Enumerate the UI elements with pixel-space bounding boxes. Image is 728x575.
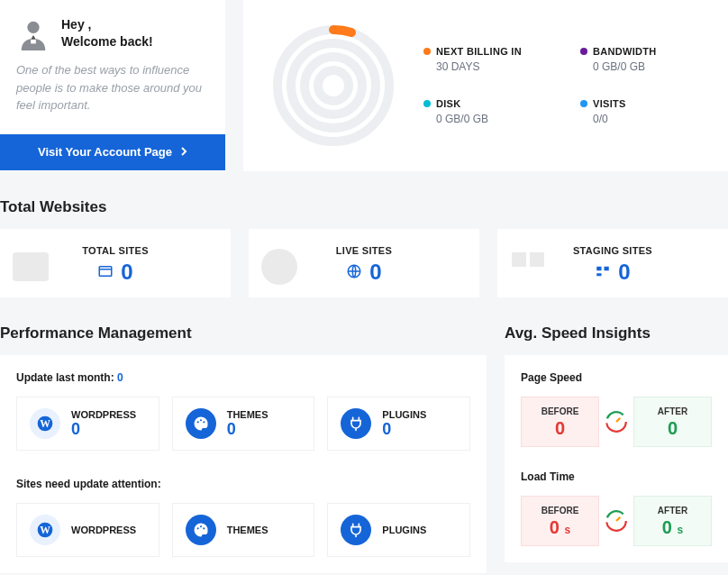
load-time-after-unit: s xyxy=(678,524,684,536)
wp-label: WORDPRESS xyxy=(71,409,136,420)
wordpress-attention-card[interactable]: W WORDPRESS xyxy=(16,503,159,557)
attention-label: Sites need update attention: xyxy=(16,478,470,490)
svg-rect-15 xyxy=(597,273,602,276)
browser-icon xyxy=(9,245,52,291)
load-time-before-unit: s xyxy=(565,524,571,536)
user-avatar-icon xyxy=(16,16,50,50)
svg-rect-7 xyxy=(100,266,113,276)
svg-text:W: W xyxy=(40,418,50,430)
stat-bandwidth: BANDWIDTH 0 GB/0 GB xyxy=(580,46,701,73)
stat-bandwidth-value: 0 GB/0 GB xyxy=(593,60,701,73)
quote-text: One of the best ways to influence people… xyxy=(16,61,209,114)
speed-panel: Page Speed BEFORE 0 AFTER 0 Load Time BE… xyxy=(505,355,728,562)
wordpress-updates-card[interactable]: W WORDPRESS0 xyxy=(16,397,159,451)
after-label: AFTER xyxy=(634,406,711,416)
welcome-card: Hey , Welcome back! One of the best ways… xyxy=(0,0,225,171)
staging-sites-value: 0 xyxy=(618,260,630,285)
staging-icon xyxy=(595,263,611,282)
svg-rect-6 xyxy=(13,252,49,281)
dot-icon xyxy=(423,48,431,55)
visit-account-button[interactable]: Visit Your Account Page xyxy=(0,134,225,170)
plugins-label-2: PLUGINS xyxy=(382,525,426,535)
svg-point-20 xyxy=(203,421,205,423)
themes-label: THEMES xyxy=(227,409,268,420)
stat-disk-value: 0 GB/0 GB xyxy=(436,113,544,125)
usage-stats-card: NEXT BILLING IN 30 DAYS BANDWIDTH 0 GB/0… xyxy=(243,0,728,171)
dot-icon xyxy=(423,100,431,107)
globe-icon xyxy=(346,263,362,282)
themes-label-2: THEMES xyxy=(227,525,268,535)
live-sites-card[interactable]: LIVE SITES 0 xyxy=(249,229,479,297)
themes-icon xyxy=(186,515,216,545)
stat-visits: VISITS 0/0 xyxy=(580,98,701,125)
dot-icon xyxy=(580,48,587,55)
wp-label-2: WORDPRESS xyxy=(71,525,136,535)
before-label: BEFORE xyxy=(522,406,598,416)
layers-bg-icon xyxy=(506,245,550,291)
speed-title: Avg. Speed Insights xyxy=(505,324,728,342)
before-label-2: BEFORE xyxy=(522,506,598,516)
total-sites-card[interactable]: TOTAL SITES 0 xyxy=(0,229,231,297)
staging-sites-card[interactable]: STAGING SITES 0 xyxy=(497,229,728,297)
page-speed-label: Page Speed xyxy=(521,371,712,384)
perf-panel: Update last month: 0 W WORDPRESS0 THEMES… xyxy=(0,355,487,573)
plugins-count: 0 xyxy=(382,420,426,439)
plugins-attention-card[interactable]: PLUGINS xyxy=(327,503,470,557)
svg-point-19 xyxy=(200,419,202,421)
page-speed-before: BEFORE 0 xyxy=(521,397,599,447)
load-time-after: AFTER 0 s xyxy=(633,496,712,546)
gauge-icon xyxy=(605,509,628,533)
wp-count: 0 xyxy=(71,420,136,439)
greeting-line1: Hey , xyxy=(61,16,153,33)
wordpress-icon: W xyxy=(30,515,60,545)
stat-bandwidth-label: BANDWIDTH xyxy=(593,46,657,57)
chevron-right-icon xyxy=(181,145,187,159)
stat-billing: NEXT BILLING IN 30 DAYS xyxy=(423,46,544,73)
svg-rect-12 xyxy=(530,252,544,267)
svg-rect-13 xyxy=(597,266,602,270)
svg-rect-11 xyxy=(512,252,526,267)
svg-point-9 xyxy=(261,249,297,285)
stat-billing-label: NEXT BILLING IN xyxy=(436,46,522,57)
svg-text:W: W xyxy=(40,525,50,536)
stat-disk-label: DISK xyxy=(436,98,460,109)
plugins-updates-card[interactable]: PLUGINS0 xyxy=(327,397,470,451)
stat-visits-label: VISITS xyxy=(593,98,626,109)
themes-attention-card[interactable]: THEMES xyxy=(172,503,315,557)
greeting-line2: Welcome back! xyxy=(61,33,153,50)
stat-billing-value: 30 DAYS xyxy=(436,60,544,73)
window-icon xyxy=(97,263,114,282)
load-time-label: Load Time xyxy=(521,470,712,483)
svg-point-24 xyxy=(200,525,202,527)
plugins-icon xyxy=(341,515,371,545)
page-speed-before-value: 0 xyxy=(522,418,598,439)
themes-icon xyxy=(186,408,216,439)
gauge-icon xyxy=(605,410,628,434)
svg-point-23 xyxy=(196,527,198,529)
svg-point-4 xyxy=(305,57,362,114)
plugins-icon xyxy=(341,408,371,439)
page-speed-after-value: 0 xyxy=(634,418,711,439)
svg-point-18 xyxy=(196,421,198,423)
load-time-before: BEFORE 0 s xyxy=(521,496,599,546)
page-speed-after: AFTER 0 xyxy=(633,397,712,447)
svg-rect-14 xyxy=(605,266,609,270)
svg-point-5 xyxy=(318,70,349,101)
after-label-2: AFTER xyxy=(634,506,711,516)
update-last-label: Update last month: xyxy=(16,371,114,384)
update-last-count: 0 xyxy=(117,371,123,384)
usage-rings-icon xyxy=(270,23,396,149)
load-time-before-value: 0 xyxy=(550,517,560,537)
globe-bg-icon xyxy=(258,245,301,291)
live-sites-value: 0 xyxy=(369,260,381,285)
total-sites-value: 0 xyxy=(121,260,132,285)
wordpress-icon: W xyxy=(30,408,60,439)
themes-updates-card[interactable]: THEMES0 xyxy=(172,397,315,451)
perf-title: Performance Management xyxy=(0,324,487,342)
themes-count: 0 xyxy=(227,420,268,439)
stat-disk: DISK 0 GB/0 GB xyxy=(423,98,544,125)
svg-point-0 xyxy=(27,22,39,33)
total-websites-title: Total Websites xyxy=(0,198,728,216)
load-time-after-value: 0 xyxy=(662,517,672,537)
dot-icon xyxy=(580,100,587,107)
